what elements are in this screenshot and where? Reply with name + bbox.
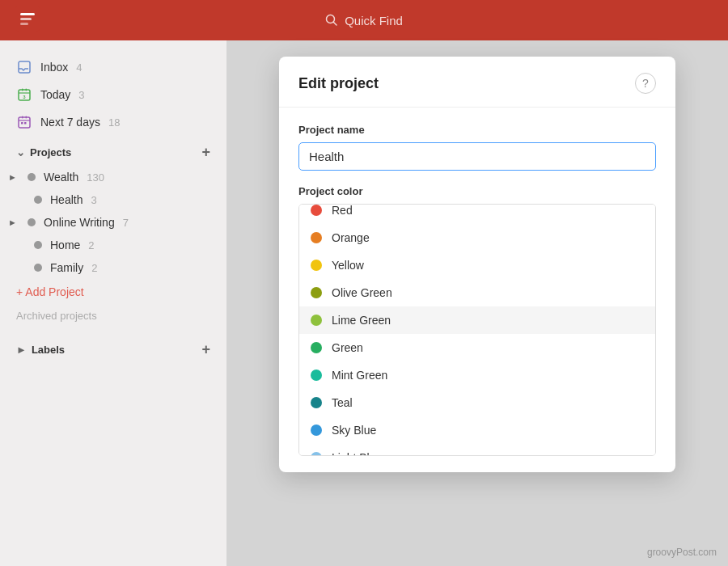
search-bar[interactable]: Quick Find: [325, 14, 403, 27]
next7-label: Next 7 days: [40, 116, 100, 129]
main-layout: Inbox 4 3 Today 3: [0, 40, 728, 566]
help-button[interactable]: ?: [635, 73, 656, 94]
project-color-label: Project color: [298, 185, 656, 197]
health-dot: [34, 196, 42, 204]
labels-section-header: ► Labels +: [0, 335, 226, 365]
labels-section-label: Labels: [32, 344, 65, 356]
color-label-mint-green: Mint Green: [332, 369, 387, 382]
color-dot-olive-green: [311, 287, 322, 298]
today-count: 3: [78, 89, 84, 101]
color-dot-mint-green: [311, 370, 322, 381]
svg-rect-9: [26, 89, 28, 91]
color-label-sky-blue: Sky Blue: [332, 424, 376, 437]
family-dot: [34, 264, 42, 272]
wealth-dot: [28, 173, 36, 181]
color-dropdown: RedOrangeYellowOlive GreenLime GreenGree…: [298, 204, 656, 456]
app-header: Quick Find: [0, 0, 728, 40]
family-count: 2: [91, 262, 97, 274]
color-dot-orange: [311, 232, 322, 243]
color-item-green[interactable]: Green: [299, 334, 655, 361]
color-item-yellow[interactable]: Yellow: [299, 251, 655, 279]
project-item-wealth[interactable]: ► Wealth 130: [0, 166, 226, 188]
project-item-online-writing[interactable]: ► Online Writing 7: [0, 211, 226, 234]
archived-projects-link[interactable]: Archived projects: [0, 305, 226, 327]
color-dot-green: [311, 342, 322, 353]
modal-header: Edit project ?: [279, 57, 675, 108]
nav-inbox[interactable]: Inbox 4: [0, 53, 226, 81]
color-item-mint-green[interactable]: Mint Green: [299, 361, 655, 389]
project-name-input[interactable]: [298, 142, 656, 171]
color-item-light-blue[interactable]: Light Blue: [299, 444, 655, 455]
svg-rect-13: [22, 116, 23, 119]
next7-icon: [16, 114, 32, 130]
nav-next7[interactable]: Next 7 days 18: [0, 108, 226, 136]
color-dot-teal: [311, 397, 322, 408]
online-writing-dot: [28, 218, 36, 226]
color-label-yellow: Yellow: [332, 259, 364, 272]
inbox-count: 4: [76, 61, 82, 74]
app-logo[interactable]: [15, 6, 40, 35]
search-placeholder: Quick Find: [345, 14, 403, 27]
svg-rect-1: [20, 13, 35, 15]
modal-body: Project name Project color RedOrangeYell…: [279, 108, 675, 472]
add-project-label: + Add Project: [16, 285, 84, 298]
help-icon: ?: [642, 77, 649, 90]
color-dot-sky-blue: [311, 424, 322, 436]
project-item-health[interactable]: Health 3: [0, 188, 226, 211]
svg-rect-16: [21, 122, 23, 125]
online-writing-label: Online Writing: [44, 216, 115, 229]
color-label-teal: Teal: [332, 396, 353, 409]
color-label-light-blue: Light Blue: [332, 451, 382, 455]
color-label-olive-green: Olive Green: [332, 286, 392, 299]
next7-count: 18: [108, 116, 120, 129]
labels-collapse-toggle[interactable]: ►: [16, 344, 27, 356]
online-writing-count: 7: [123, 217, 129, 229]
svg-rect-3: [20, 23, 28, 25]
projects-collapse-toggle[interactable]: ⌄: [16, 146, 25, 158]
svg-line-5: [334, 23, 337, 26]
home-count: 2: [88, 239, 94, 251]
svg-rect-14: [26, 116, 28, 119]
family-label: Family: [50, 261, 83, 274]
svg-rect-6: [19, 61, 30, 73]
project-item-family[interactable]: Family 2: [0, 256, 226, 279]
color-list[interactable]: RedOrangeYellowOlive GreenLime GreenGree…: [299, 205, 655, 455]
color-dot-yellow: [311, 260, 322, 271]
project-name-label: Project name: [298, 124, 656, 136]
color-item-red[interactable]: Red: [299, 205, 655, 224]
color-label-red: Red: [332, 205, 353, 217]
inbox-icon: [16, 59, 32, 75]
sidebar: Inbox 4 3 Today 3: [0, 40, 226, 566]
wealth-toggle-icon[interactable]: ►: [8, 172, 19, 182]
color-item-olive-green[interactable]: Olive Green: [299, 279, 655, 306]
color-label-orange: Orange: [332, 231, 370, 244]
add-project-btn[interactable]: +: [201, 144, 210, 161]
add-label-btn[interactable]: +: [201, 341, 210, 358]
nav-today[interactable]: 3 Today 3: [0, 81, 226, 108]
color-label-green: Green: [332, 341, 363, 354]
svg-text:3: 3: [23, 95, 26, 99]
color-item-teal[interactable]: Teal: [299, 389, 655, 416]
svg-rect-8: [22, 89, 23, 91]
color-label-lime-green: Lime Green: [332, 314, 391, 327]
health-count: 3: [91, 194, 96, 206]
today-label: Today: [40, 88, 70, 101]
projects-section-label: Projects: [30, 146, 71, 158]
modal-title: Edit project: [298, 75, 379, 92]
edit-project-modal: Edit project ? Project name Project colo…: [279, 57, 675, 472]
project-item-home[interactable]: Home 2: [0, 234, 226, 256]
home-label: Home: [50, 239, 80, 251]
online-writing-toggle-icon[interactable]: ►: [8, 218, 19, 227]
color-item-sky-blue[interactable]: Sky Blue: [299, 416, 655, 444]
color-dot-red: [311, 205, 322, 216]
add-project-link[interactable]: + Add Project: [0, 279, 226, 305]
wealth-count: 130: [87, 171, 104, 184]
home-dot: [34, 241, 42, 249]
color-item-orange[interactable]: Orange: [299, 224, 655, 251]
svg-rect-2: [20, 18, 32, 20]
content-area: Edit project ? Project name Project colo…: [226, 40, 728, 566]
svg-rect-17: [24, 122, 27, 125]
color-item-lime-green[interactable]: Lime Green: [299, 306, 655, 334]
inbox-label: Inbox: [40, 61, 68, 74]
health-label: Health: [50, 193, 83, 206]
